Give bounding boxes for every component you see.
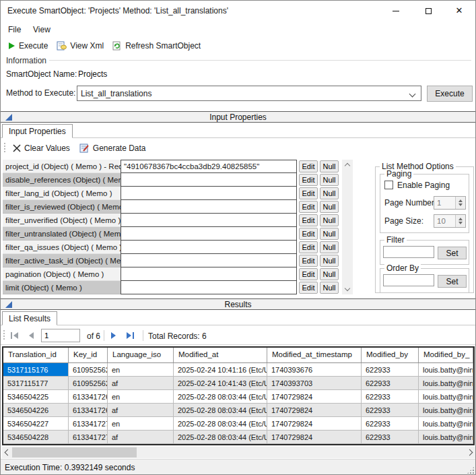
table-cell[interactable]: 2025-02-28 08:03:44 (Etc/UTC) [174, 390, 267, 404]
input-properties-section-bar[interactable]: Input Properties [1, 111, 475, 123]
selected-cell[interactable]: 5317115176 [3, 363, 69, 377]
table-cell[interactable]: louis.batty@nint [419, 431, 473, 444]
current-page-input[interactable] [41, 329, 80, 342]
property-value-field[interactable] [121, 254, 297, 267]
null-button[interactable]: Null [320, 201, 339, 213]
table-cell[interactable]: louis.batty@nint [419, 377, 473, 390]
table-cell[interactable]: 613341727 [69, 431, 108, 444]
table-cell[interactable]: en [108, 417, 174, 431]
table-cell[interactable]: louis.batty@nint [419, 390, 473, 404]
edit-button[interactable]: Edit [299, 160, 318, 172]
property-value-field[interactable] [121, 281, 297, 294]
edit-button[interactable]: Edit [299, 241, 318, 253]
scroll-right-icon[interactable] [467, 449, 473, 455]
filter-input[interactable] [383, 246, 434, 258]
execute-toolbar-button[interactable]: Execute [5, 40, 50, 52]
table-cell[interactable]: louis.batty@nint [419, 363, 473, 377]
enable-paging-checkbox[interactable] [384, 181, 393, 189]
table-cell[interactable]: 2025-02-24 10:41:16 (Etc/UTC) [174, 363, 267, 377]
menu-view[interactable]: View [29, 24, 55, 36]
close-button[interactable]: ✕ [444, 1, 474, 21]
horizontal-scrollbar[interactable] [2, 447, 475, 458]
table-cell[interactable]: louis.batty@nint [419, 417, 473, 431]
table-cell[interactable]: af [108, 377, 174, 390]
null-button[interactable]: Null [320, 160, 339, 172]
table-cell[interactable]: 1740729824 [267, 431, 362, 444]
toolbar-grip[interactable] [3, 143, 6, 154]
property-value-field[interactable] [121, 200, 297, 214]
property-value-field[interactable] [121, 241, 297, 254]
null-button[interactable]: Null [320, 214, 339, 226]
page-size-stepper[interactable]: 10 [434, 214, 466, 228]
null-button[interactable]: Null [320, 174, 339, 186]
table-cell[interactable]: 2025-02-28 08:03:44 (Etc/UTC) [174, 431, 267, 444]
column-header[interactable]: Key_id [69, 348, 108, 362]
previous-page-button[interactable] [24, 329, 38, 342]
table-cell[interactable]: 1740729824 [267, 390, 362, 404]
column-header[interactable]: Modified_at_timestamp [267, 348, 362, 362]
table-cell[interactable]: 622933 [362, 377, 419, 390]
tab-input-properties[interactable]: Input Properties [2, 124, 73, 138]
first-page-button[interactable] [7, 329, 22, 342]
scroll-up-icon[interactable] [345, 162, 350, 168]
table-cell[interactable]: 2025-02-28 08:03:44 (Etc/UTC) [174, 404, 267, 417]
edit-button[interactable]: Edit [299, 228, 318, 240]
table-cell[interactable]: 622933 [362, 431, 419, 444]
property-value-field[interactable] [121, 267, 297, 281]
execute-method-button[interactable]: Execute [427, 86, 473, 102]
table-cell[interactable]: 622933 [362, 390, 419, 404]
property-value-field[interactable]: "4910678367bc4ccba3db29.40825855" [121, 160, 297, 173]
column-header[interactable]: Modified_by_ [419, 348, 473, 362]
table-cell[interactable]: 5346504228 [3, 431, 69, 444]
table-cell[interactable]: 2025-02-24 10:41:43 (Etc/UTC) [174, 377, 267, 390]
order-by-set-button[interactable]: Set [438, 275, 467, 288]
column-header[interactable]: Language_iso [108, 348, 174, 362]
table-cell[interactable]: 1740393676 [267, 363, 362, 377]
toolbar-grip[interactable] [3, 330, 5, 341]
column-header[interactable]: Translation_id [3, 348, 69, 362]
view-xml-button[interactable]: View Xml [54, 40, 106, 52]
scrollbar-thumb[interactable] [12, 447, 137, 457]
edit-button[interactable]: Edit [299, 255, 318, 267]
edit-button[interactable]: Edit [299, 201, 318, 213]
table-cell[interactable]: 5346504225 [3, 390, 69, 404]
resize-grip[interactable] [467, 467, 474, 474]
table-cell[interactable]: 1740393703 [267, 377, 362, 390]
column-header[interactable]: Modified_at [174, 348, 267, 362]
maximize-button[interactable] [413, 1, 443, 21]
next-page-button[interactable] [106, 329, 121, 342]
edit-button[interactable]: Edit [299, 268, 318, 280]
null-button[interactable]: Null [320, 268, 339, 280]
edit-button[interactable]: Edit [299, 187, 318, 199]
null-button[interactable]: Null [320, 255, 339, 267]
table-cell[interactable]: louis.batty@nint [419, 404, 473, 417]
property-value-field[interactable] [121, 227, 297, 241]
tab-list-results[interactable]: List Results [2, 311, 57, 325]
table-cell[interactable]: en [108, 390, 174, 404]
table-cell[interactable]: 613341726 [69, 404, 108, 417]
table-cell[interactable]: 5317115177 [3, 377, 69, 390]
property-value-field[interactable] [121, 187, 297, 200]
last-page-button[interactable] [123, 329, 138, 342]
property-value-field[interactable] [121, 173, 297, 187]
order-by-input[interactable] [383, 274, 434, 286]
table-cell[interactable]: 613341727 [69, 417, 108, 431]
null-button[interactable]: Null [320, 282, 339, 294]
table-cell[interactable]: 610952562 [69, 363, 108, 377]
table-cell[interactable]: 622933 [362, 417, 419, 431]
clear-values-button[interactable]: Clear Values [10, 142, 73, 154]
column-header[interactable]: Modified_by [362, 348, 419, 362]
edit-button[interactable]: Edit [299, 174, 318, 186]
scroll-down-icon[interactable] [345, 286, 350, 292]
menu-file[interactable]: File [4, 24, 25, 36]
method-dropdown[interactable]: List_all_translations [77, 86, 421, 101]
page-number-stepper[interactable]: 1 [434, 196, 466, 210]
table-cell[interactable]: 1740729824 [267, 417, 362, 431]
property-grid-scrollbar[interactable] [342, 160, 353, 294]
filter-set-button[interactable]: Set [438, 247, 467, 259]
edit-button[interactable]: Edit [299, 214, 318, 226]
edit-button[interactable]: Edit [299, 282, 318, 294]
table-cell[interactable]: af [108, 404, 174, 417]
null-button[interactable]: Null [320, 241, 339, 253]
table-cell[interactable]: 613341726 [69, 390, 108, 404]
